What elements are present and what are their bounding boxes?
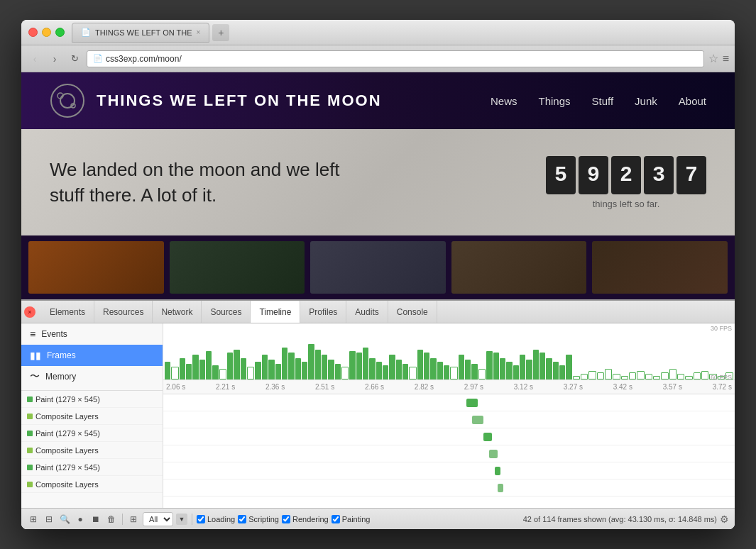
frames-label: Frames: [47, 350, 76, 360]
fps-bar: [262, 355, 268, 379]
trash-icon[interactable]: 🗑: [105, 513, 118, 526]
devtools-close-button[interactable]: ×: [24, 306, 35, 318]
browser-window: 📄 THINGS WE LEFT ON THE × + ‹ › ↻ 📄 css3…: [21, 20, 735, 529]
fps-bar: [637, 371, 644, 379]
fps-bar: [566, 355, 571, 379]
browser-tab[interactable]: 📄 THINGS WE LEFT ON THE ×: [72, 23, 209, 43]
stop-icon[interactable]: ⏹: [89, 513, 102, 526]
sidebar-events[interactable]: ≡ Events: [21, 323, 163, 345]
tab-timeline[interactable]: Timeline: [251, 301, 300, 323]
fps-bar: [376, 362, 382, 379]
nav-things[interactable]: Things: [538, 95, 570, 107]
address-bar: ‹ › ↻ 📄 css3exp.com/moon/ ☆ ≡: [21, 45, 735, 72]
traffic-lights: [28, 28, 65, 37]
painting-label: Painting: [342, 515, 371, 523]
frames-icon: ▮▮: [30, 350, 41, 361]
loading-checkbox-label[interactable]: Loading: [197, 515, 235, 523]
url-text: css3exp.com/moon/: [106, 54, 182, 64]
nav-news[interactable]: News: [491, 95, 517, 107]
maximize-traffic-light[interactable]: [55, 28, 65, 37]
counter-digits: 5 9 2 3 7: [546, 156, 706, 194]
sidebar-frames[interactable]: ▮▮ Frames: [21, 345, 163, 366]
tab-console[interactable]: Console: [388, 301, 437, 323]
tab-close-btn[interactable]: ×: [197, 28, 201, 36]
back-button[interactable]: ‹: [27, 51, 43, 67]
scripting-checkbox[interactable]: [238, 515, 246, 523]
svg-point-0: [51, 84, 84, 117]
composite-event-3: [498, 484, 503, 492]
nav-stuff[interactable]: Stuff: [592, 95, 614, 107]
fps-bar: [430, 358, 436, 379]
sidebar-memory[interactable]: 〜 Memory: [21, 366, 163, 387]
filter-select[interactable]: All: [143, 512, 173, 526]
separator-2: [192, 514, 192, 525]
thumb-1[interactable]: [28, 241, 164, 294]
scripting-label: Scripting: [248, 515, 279, 523]
settings-gear-icon[interactable]: ⚙: [720, 514, 729, 525]
fps-bar: [539, 353, 545, 379]
thumb-2[interactable]: [170, 241, 305, 294]
bookmark-button[interactable]: ☆: [708, 52, 718, 65]
paint-event-3: [495, 467, 500, 475]
ruler-tick: 3.72 s: [713, 383, 732, 391]
devtools-body: ≡ Events ▮▮ Frames 〜 Memory Paint (1279 …: [21, 323, 735, 508]
forward-button[interactable]: ›: [47, 51, 62, 67]
search-icon[interactable]: 🔍: [58, 513, 71, 526]
composite-event-1: [472, 416, 483, 424]
fps-bar: [694, 372, 701, 379]
paint-event-1: [466, 399, 478, 407]
fps-bar: [486, 351, 492, 379]
close-traffic-light[interactable]: [28, 28, 38, 37]
fps-bar: [701, 371, 708, 379]
minimize-traffic-light[interactable]: [42, 28, 51, 37]
url-bar[interactable]: 📄 css3exp.com/moon/: [87, 50, 704, 67]
thumb-5[interactable]: [592, 241, 728, 294]
nav-junk[interactable]: Junk: [635, 95, 657, 107]
paint-color-3: [27, 465, 33, 470]
record-frames-icon[interactable]: ⊞: [27, 513, 40, 526]
fps-bar: [669, 369, 676, 379]
loading-checkbox[interactable]: [197, 515, 205, 523]
fps-bar: [409, 367, 416, 379]
fps-bar: [322, 355, 327, 379]
menu-button[interactable]: ≡: [723, 52, 729, 65]
track-row-composite-2: [163, 445, 735, 462]
grid-icon[interactable]: ⊞: [127, 513, 140, 526]
scripting-checkbox-label[interactable]: Scripting: [238, 515, 279, 523]
tab-audits[interactable]: Audits: [346, 301, 388, 323]
ruler-tick: 2.36 s: [265, 383, 285, 391]
composite-event-2: [489, 450, 498, 458]
track-label-composite-1: Composite Layers: [21, 408, 163, 425]
composite-color-2: [27, 448, 33, 453]
loading-label: Loading: [207, 515, 235, 523]
fps-bar: [227, 353, 233, 379]
thumb-4[interactable]: [451, 241, 587, 294]
digit-1: 5: [546, 156, 576, 194]
clear-icon[interactable]: ⊟: [43, 513, 55, 526]
ruler-tick: 3.42 s: [613, 383, 632, 391]
nav-about[interactable]: About: [679, 95, 706, 107]
paint-event-2: [483, 433, 492, 441]
fps-bar: [186, 364, 192, 379]
track-label-paint-3: Paint (1279 × 545): [21, 459, 163, 476]
tab-profiles[interactable]: Profiles: [300, 301, 346, 323]
tab-sources[interactable]: Sources: [202, 301, 251, 323]
painting-checkbox-label[interactable]: Painting: [332, 515, 371, 523]
thumb-3[interactable]: [310, 241, 446, 294]
tab-elements[interactable]: Elements: [41, 301, 94, 323]
fps-bar: [369, 358, 375, 379]
painting-checkbox[interactable]: [332, 515, 340, 523]
tab-resources[interactable]: Resources: [94, 301, 153, 323]
fps-bar: [573, 376, 580, 379]
record-icon[interactable]: ●: [74, 513, 87, 526]
rendering-checkbox[interactable]: [282, 515, 290, 523]
hero-text: We landed on the moon and we leftstuff t…: [50, 157, 340, 209]
fps-bar: [437, 362, 443, 379]
tab-network[interactable]: Network: [153, 301, 202, 323]
filter-dropdown-btn[interactable]: ▼: [176, 514, 187, 525]
refresh-button[interactable]: ↻: [67, 51, 82, 67]
track-row-paint-2: [163, 428, 735, 445]
track-row-paint-1: [163, 394, 735, 411]
rendering-checkbox-label[interactable]: Rendering: [282, 515, 329, 523]
new-tab-button[interactable]: +: [212, 24, 229, 41]
